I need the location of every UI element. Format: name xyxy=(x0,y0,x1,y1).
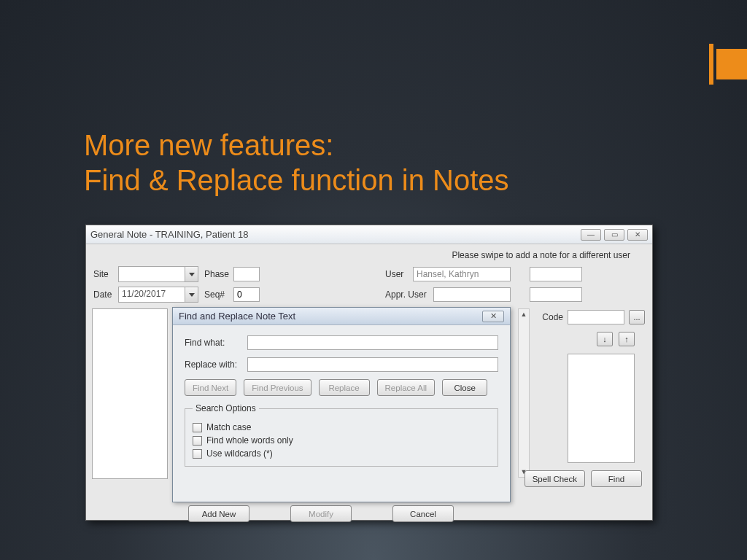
find-what-input[interactable] xyxy=(247,335,498,350)
seq-label: Seq# xyxy=(204,289,225,300)
user-label: User xyxy=(385,269,403,279)
text-scrollbar[interactable]: ▲ ▼ xyxy=(518,308,530,478)
find-previous-button[interactable]: Find Previous xyxy=(244,379,311,396)
chevron-down-icon xyxy=(189,293,195,297)
site-dropdown-button[interactable] xyxy=(185,266,198,282)
find-next-button[interactable]: Find Next xyxy=(185,379,236,396)
user-field xyxy=(413,267,511,281)
general-note-window: General Note - TRAINING, Patient 18 — ▭ … xyxy=(85,225,653,521)
side-list[interactable] xyxy=(568,354,635,463)
spell-check-button[interactable]: Spell Check xyxy=(525,470,585,487)
code-label: Code xyxy=(542,312,563,322)
search-options-legend: Search Options xyxy=(193,403,259,413)
match-case-checkbox[interactable] xyxy=(193,423,202,432)
slide-accent xyxy=(709,44,747,85)
whole-words-row[interactable]: Find whole words only xyxy=(193,435,490,446)
replace-with-label: Replace with: xyxy=(185,359,247,370)
find-replace-dialog: Find and Replace Note Text ✕ Find what: … xyxy=(172,307,511,502)
site-combo[interactable] xyxy=(118,266,198,282)
date-label: Date xyxy=(93,289,112,300)
code-browse-button[interactable]: ... xyxy=(629,310,645,324)
minimize-button[interactable]: — xyxy=(581,229,601,241)
accent-bar xyxy=(709,44,713,85)
dialog-titlebar[interactable]: Find and Replace Note Text ✕ xyxy=(173,308,510,325)
replace-all-button[interactable]: Replace All xyxy=(377,379,436,396)
scroll-up-icon[interactable]: ▲ xyxy=(521,309,527,319)
move-down-button[interactable]: ↓ xyxy=(597,332,613,346)
dialog-close-button[interactable]: ✕ xyxy=(482,311,504,322)
find-what-row: Find what: xyxy=(185,335,498,350)
code-row: Code ... xyxy=(542,310,645,324)
wildcards-row[interactable]: Use wildcards (*) xyxy=(193,448,490,459)
appr-user-field[interactable] xyxy=(433,287,511,302)
phase-label: Phase xyxy=(204,269,229,279)
find-what-label: Find what: xyxy=(185,338,247,348)
date-dropdown-button[interactable] xyxy=(185,287,198,303)
whole-words-checkbox[interactable] xyxy=(193,436,202,446)
replace-button[interactable]: Replace xyxy=(319,379,370,396)
chevron-down-icon xyxy=(189,273,195,276)
add-new-button[interactable]: Add New xyxy=(188,505,249,522)
date-picker[interactable]: 11/20/2017 xyxy=(118,287,198,303)
site-label: Site xyxy=(93,269,109,279)
accent-square xyxy=(716,49,747,79)
titlebar[interactable]: General Note - TRAINING, Patient 18 — ▭ … xyxy=(86,225,652,244)
modify-button[interactable]: Modify xyxy=(290,505,352,522)
date-value: 11/20/2017 xyxy=(118,287,185,303)
bottom-action-buttons: Add New Modify Cancel xyxy=(188,505,454,522)
note-list[interactable] xyxy=(92,308,168,479)
close-button[interactable]: ✕ xyxy=(627,229,648,241)
replace-with-row: Replace with: xyxy=(185,357,498,372)
right-action-buttons: Spell Check Find xyxy=(525,470,642,487)
wildcards-label: Use wildcards (*) xyxy=(206,448,273,459)
wildcards-checkbox[interactable] xyxy=(193,449,202,459)
find-button[interactable]: Find xyxy=(591,470,642,487)
title-line-1: More new features: xyxy=(84,128,509,163)
dialog-body: Find what: Replace with: Find Next Find … xyxy=(173,325,510,502)
title-line-2: Find & Replace function in Notes xyxy=(84,163,509,198)
reorder-buttons: ↓ ↑ xyxy=(597,332,635,346)
seq-input[interactable] xyxy=(233,287,260,302)
move-up-button[interactable]: ↑ xyxy=(619,332,635,346)
dialog-button-row: Find Next Find Previous Replace Replace … xyxy=(185,379,498,396)
dialog-close-text-button[interactable]: Close xyxy=(442,379,487,396)
phase-input[interactable] xyxy=(233,267,260,281)
code-input[interactable] xyxy=(568,310,624,324)
slide-title: More new features: Find & Replace functi… xyxy=(84,128,509,198)
whole-words-label: Find whole words only xyxy=(206,435,293,446)
user-extra-field xyxy=(530,267,582,281)
search-options-fieldset: Search Options Match case Find whole wor… xyxy=(185,403,498,467)
appr-user-label: Appr. User xyxy=(385,289,427,300)
site-value xyxy=(118,266,185,282)
match-case-label: Match case xyxy=(206,422,251,432)
match-case-row[interactable]: Match case xyxy=(193,422,490,432)
maximize-button[interactable]: ▭ xyxy=(604,229,624,241)
swipe-message: Please swipe to add a note for a differe… xyxy=(452,250,630,260)
window-title: General Note - TRAINING, Patient 18 xyxy=(90,229,578,240)
cancel-button[interactable]: Cancel xyxy=(392,505,454,522)
appr-user-extra-field xyxy=(530,287,582,302)
dialog-title: Find and Replace Note Text xyxy=(179,311,295,322)
replace-with-input[interactable] xyxy=(247,357,498,372)
